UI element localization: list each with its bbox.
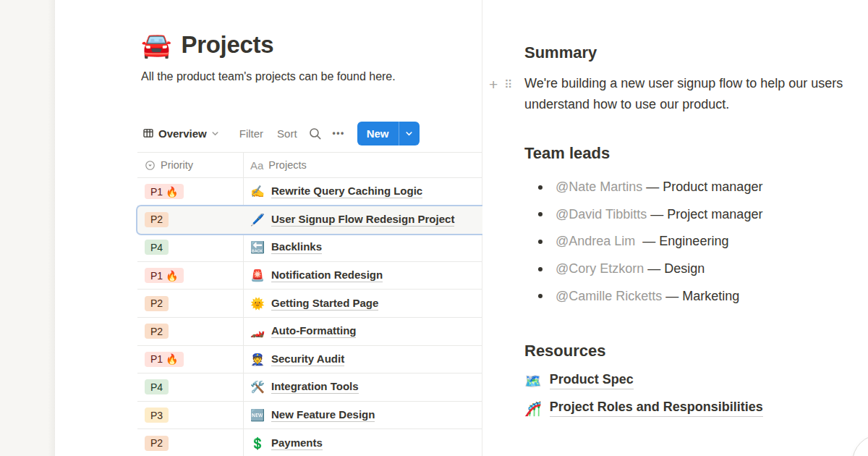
table-row[interactable]: P2 🏎️Auto-Formatting bbox=[137, 318, 482, 346]
resource-label: Project Roles and Responsibilities bbox=[550, 400, 763, 417]
project-icon: 🖊️ bbox=[250, 213, 265, 227]
priority-cell[interactable]: P2 bbox=[137, 290, 244, 317]
project-page-link[interactable]: Notification Redesign bbox=[271, 269, 383, 282]
priority-badge[interactable]: P4 bbox=[145, 240, 169, 255]
priority-cell[interactable]: P2 bbox=[137, 206, 244, 234]
resource-link[interactable]: 🗺️ Product Spec bbox=[524, 372, 634, 389]
project-cell[interactable]: ✍️Rewrite Query Caching Logic bbox=[244, 178, 482, 206]
table-row[interactable]: P4 🛠️Integration Tools bbox=[137, 373, 482, 402]
priority-cell[interactable]: P1 🔥 bbox=[137, 262, 244, 290]
priority-badge[interactable]: P1 🔥 bbox=[145, 352, 184, 367]
project-page-link[interactable]: Integration Tools bbox=[271, 380, 359, 394]
team-lead-item: @David Tibbitts — Project manager bbox=[524, 201, 762, 229]
page-icon[interactable]: 🚘 bbox=[141, 29, 171, 61]
search-button[interactable] bbox=[308, 127, 322, 140]
table-row[interactable]: P1 🔥 ✍️Rewrite Query Caching Logic bbox=[137, 178, 482, 206]
project-cell[interactable]: 🚨Notification Redesign bbox=[244, 262, 482, 290]
priority-badge[interactable]: P1 🔥 bbox=[145, 184, 184, 199]
user-mention[interactable]: @Andrea Lim bbox=[556, 234, 635, 249]
new-dropdown-button[interactable] bbox=[399, 122, 420, 145]
user-mention[interactable]: @David Tibbitts bbox=[556, 207, 647, 222]
team-leads-list: @Nate Martins — Product manager @David T… bbox=[524, 174, 762, 310]
summary-heading: Summary bbox=[524, 43, 597, 62]
priority-cell[interactable]: P4 bbox=[137, 234, 244, 261]
team-role: — Project manager bbox=[647, 207, 762, 222]
project-cell[interactable]: 🆕New Feature Design bbox=[244, 402, 482, 429]
priority-cell[interactable]: P1 🔥 bbox=[137, 346, 244, 373]
project-page-link[interactable]: New Feature Design bbox=[271, 408, 375, 422]
page-header: 🚘 Projects bbox=[141, 29, 273, 61]
new-button[interactable]: New bbox=[357, 122, 399, 145]
select-property-icon bbox=[145, 160, 156, 171]
table-row[interactable]: P2 💲Payments bbox=[137, 429, 482, 456]
priority-badge[interactable]: P2 bbox=[145, 296, 169, 311]
column-label: Priority bbox=[161, 159, 193, 171]
column-label: Projects bbox=[268, 159, 306, 171]
project-page-link[interactable]: User Signup Flow Redesign Project bbox=[271, 213, 454, 227]
project-icon: 🏎️ bbox=[250, 324, 265, 338]
add-block-button[interactable]: + bbox=[489, 77, 498, 92]
priority-badge[interactable]: P4 bbox=[145, 379, 169, 394]
team-role: — Marketing bbox=[662, 289, 739, 304]
projects-table: Priority Aa Projects P1 🔥 ✍️Rewrite Quer… bbox=[137, 152, 482, 456]
project-cell[interactable]: 🖊️User Signup Flow Redesign Project bbox=[244, 206, 482, 234]
project-page-link[interactable]: Getting Started Page bbox=[271, 297, 378, 311]
user-mention[interactable]: @Cory Etzkorn bbox=[556, 261, 644, 276]
project-page-link[interactable]: Auto-Formatting bbox=[271, 324, 356, 338]
resource-link[interactable]: 🎢 Project Roles and Responsibilities bbox=[524, 400, 763, 417]
priority-column-header[interactable]: Priority bbox=[137, 153, 244, 177]
project-cell[interactable]: 👮Security Audit bbox=[244, 346, 482, 373]
project-cell[interactable]: 💲Payments bbox=[244, 429, 482, 456]
table-row[interactable]: P2 🌞Getting Started Page bbox=[137, 290, 482, 318]
project-cell[interactable]: 🔙Backlinks bbox=[244, 234, 482, 261]
view-switcher-button[interactable]: Overview bbox=[140, 126, 222, 141]
team-lead-item: @Nate Martins — Product manager bbox=[524, 174, 762, 201]
project-page-link[interactable]: Rewrite Query Caching Logic bbox=[271, 185, 422, 198]
drag-handle-icon[interactable]: ⠿ bbox=[504, 78, 511, 91]
team-lead-item: @Andrea Lim — Engineering bbox=[524, 228, 762, 256]
priority-badge[interactable]: P2 bbox=[145, 324, 169, 339]
table-row[interactable]: P4 🔙Backlinks bbox=[137, 234, 482, 262]
team-role: — Product manager bbox=[642, 180, 762, 195]
project-page-link[interactable]: Backlinks bbox=[271, 240, 322, 254]
team-lead-item: @Cory Etzkorn — Design bbox=[524, 256, 762, 283]
priority-cell[interactable]: P4 bbox=[137, 373, 244, 401]
table-grid-icon bbox=[142, 127, 154, 139]
summary-paragraph[interactable]: We're building a new user signup flow to… bbox=[524, 73, 868, 115]
project-cell[interactable]: 🛠️Integration Tools bbox=[244, 373, 482, 401]
project-icon: 🚨 bbox=[250, 269, 265, 282]
table-row-selected[interactable]: P2 🖊️User Signup Flow Redesign Project bbox=[137, 206, 482, 235]
table-row[interactable]: P1 🔥 👮Security Audit bbox=[137, 346, 482, 374]
project-page-link[interactable]: Payments bbox=[271, 436, 323, 450]
team-role: — Design bbox=[644, 261, 705, 276]
priority-badge[interactable]: P2 bbox=[145, 212, 169, 227]
table-row[interactable]: P1 🔥 🚨Notification Redesign bbox=[137, 262, 482, 290]
page-description[interactable]: All the product team's projects can be f… bbox=[141, 67, 396, 85]
user-mention[interactable]: @Nate Martins bbox=[556, 180, 642, 195]
project-icon: 🔙 bbox=[250, 240, 265, 254]
table-row[interactable]: P3 🆕New Feature Design bbox=[137, 402, 482, 430]
priority-badge[interactable]: P1 🔥 bbox=[145, 268, 184, 283]
priority-cell[interactable]: P2 bbox=[137, 429, 244, 456]
resources-heading: Resources bbox=[524, 342, 606, 360]
priority-badge[interactable]: P3 bbox=[145, 408, 169, 423]
filter-button[interactable]: Filter bbox=[239, 127, 263, 140]
page-preview-pane: Summary + ⠿ We're building a new user si… bbox=[482, 0, 868, 456]
sort-button[interactable]: Sort bbox=[277, 127, 297, 140]
priority-cell[interactable]: P1 🔥 bbox=[137, 178, 244, 206]
projects-column-header[interactable]: Aa Projects bbox=[244, 153, 482, 177]
priority-badge[interactable]: P2 bbox=[145, 436, 169, 451]
database-toolbar: Overview Filter Sort ••• Ne bbox=[140, 120, 420, 146]
table-header-row: Priority Aa Projects bbox=[137, 152, 482, 178]
priority-cell[interactable]: P2 bbox=[137, 318, 244, 345]
project-cell[interactable]: 🌞Getting Started Page bbox=[244, 290, 482, 317]
user-mention[interactable]: @Camille Ricketts bbox=[556, 289, 662, 304]
page-title[interactable]: Projects bbox=[181, 31, 273, 59]
more-options-button[interactable]: ••• bbox=[333, 128, 345, 138]
resource-label: Product Spec bbox=[550, 372, 634, 389]
chevron-down-icon bbox=[211, 130, 219, 138]
project-cell[interactable]: 🏎️Auto-Formatting bbox=[244, 318, 482, 345]
project-page-link[interactable]: Security Audit bbox=[271, 352, 344, 366]
priority-cell[interactable]: P3 bbox=[137, 402, 244, 429]
project-icon: 🌞 bbox=[250, 297, 265, 311]
